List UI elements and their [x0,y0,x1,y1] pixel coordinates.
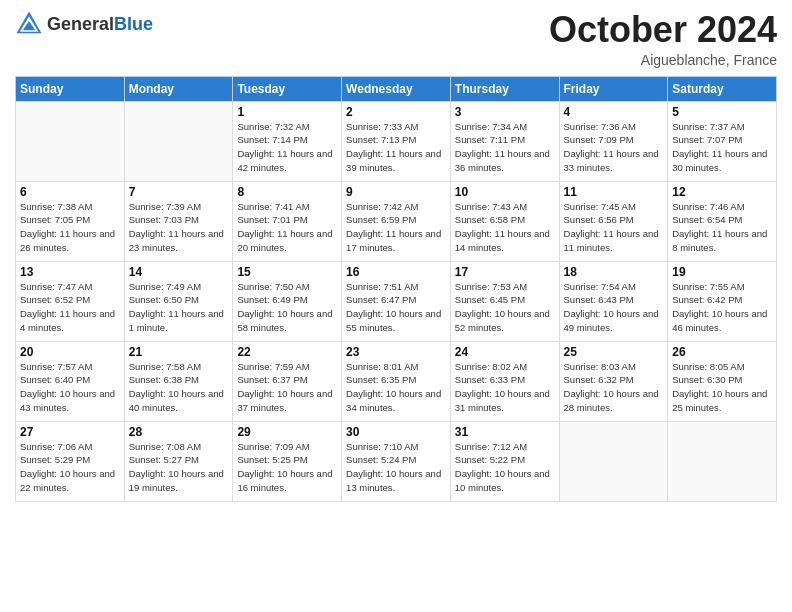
month-title: October 2024 [549,10,777,50]
day-number: 28 [129,425,229,439]
day-number: 17 [455,265,555,279]
day-info: Sunrise: 7:33 AM Sunset: 7:13 PM Dayligh… [346,120,446,175]
calendar-day-cell: 9Sunrise: 7:42 AM Sunset: 6:59 PM Daylig… [342,181,451,261]
day-number: 15 [237,265,337,279]
calendar-week-row: 27Sunrise: 7:06 AM Sunset: 5:29 PM Dayli… [16,421,777,501]
day-info: Sunrise: 7:45 AM Sunset: 6:56 PM Dayligh… [564,200,664,255]
day-info: Sunrise: 7:57 AM Sunset: 6:40 PM Dayligh… [20,360,120,415]
calendar-day-cell: 30Sunrise: 7:10 AM Sunset: 5:24 PM Dayli… [342,421,451,501]
day-number: 30 [346,425,446,439]
calendar-day-cell: 1Sunrise: 7:32 AM Sunset: 7:14 PM Daylig… [233,101,342,181]
day-info: Sunrise: 7:10 AM Sunset: 5:24 PM Dayligh… [346,440,446,495]
logo-text-blue: Blue [114,14,153,35]
day-number: 6 [20,185,120,199]
calendar-day-cell: 23Sunrise: 8:01 AM Sunset: 6:35 PM Dayli… [342,341,451,421]
day-number: 26 [672,345,772,359]
day-number: 7 [129,185,229,199]
day-info: Sunrise: 8:02 AM Sunset: 6:33 PM Dayligh… [455,360,555,415]
calendar-day-cell: 11Sunrise: 7:45 AM Sunset: 6:56 PM Dayli… [559,181,668,261]
day-info: Sunrise: 7:49 AM Sunset: 6:50 PM Dayligh… [129,280,229,335]
day-number: 16 [346,265,446,279]
day-number: 12 [672,185,772,199]
calendar-day-cell: 3Sunrise: 7:34 AM Sunset: 7:11 PM Daylig… [450,101,559,181]
day-info: Sunrise: 8:05 AM Sunset: 6:30 PM Dayligh… [672,360,772,415]
day-info: Sunrise: 7:39 AM Sunset: 7:03 PM Dayligh… [129,200,229,255]
calendar-day-cell: 8Sunrise: 7:41 AM Sunset: 7:01 PM Daylig… [233,181,342,261]
calendar-day-cell: 6Sunrise: 7:38 AM Sunset: 7:05 PM Daylig… [16,181,125,261]
calendar-day-cell: 24Sunrise: 8:02 AM Sunset: 6:33 PM Dayli… [450,341,559,421]
day-header: Wednesday [342,76,451,101]
day-number: 2 [346,105,446,119]
day-info: Sunrise: 7:34 AM Sunset: 7:11 PM Dayligh… [455,120,555,175]
calendar-day-cell: 22Sunrise: 7:59 AM Sunset: 6:37 PM Dayli… [233,341,342,421]
day-info: Sunrise: 7:51 AM Sunset: 6:47 PM Dayligh… [346,280,446,335]
day-info: Sunrise: 7:58 AM Sunset: 6:38 PM Dayligh… [129,360,229,415]
calendar-day-cell: 28Sunrise: 7:08 AM Sunset: 5:27 PM Dayli… [124,421,233,501]
day-number: 18 [564,265,664,279]
day-number: 31 [455,425,555,439]
calendar-week-row: 13Sunrise: 7:47 AM Sunset: 6:52 PM Dayli… [16,261,777,341]
day-info: Sunrise: 7:47 AM Sunset: 6:52 PM Dayligh… [20,280,120,335]
day-number: 10 [455,185,555,199]
calendar-day-cell: 18Sunrise: 7:54 AM Sunset: 6:43 PM Dayli… [559,261,668,341]
day-info: Sunrise: 7:37 AM Sunset: 7:07 PM Dayligh… [672,120,772,175]
day-info: Sunrise: 8:03 AM Sunset: 6:32 PM Dayligh… [564,360,664,415]
logo-icon [15,10,43,38]
calendar-day-cell: 14Sunrise: 7:49 AM Sunset: 6:50 PM Dayli… [124,261,233,341]
calendar-day-cell: 25Sunrise: 8:03 AM Sunset: 6:32 PM Dayli… [559,341,668,421]
calendar-day-cell: 13Sunrise: 7:47 AM Sunset: 6:52 PM Dayli… [16,261,125,341]
day-info: Sunrise: 7:53 AM Sunset: 6:45 PM Dayligh… [455,280,555,335]
calendar-day-cell [124,101,233,181]
calendar-day-cell: 10Sunrise: 7:43 AM Sunset: 6:58 PM Dayli… [450,181,559,261]
calendar-day-cell: 31Sunrise: 7:12 AM Sunset: 5:22 PM Dayli… [450,421,559,501]
day-number: 23 [346,345,446,359]
day-info: Sunrise: 7:09 AM Sunset: 5:25 PM Dayligh… [237,440,337,495]
day-header: Monday [124,76,233,101]
day-info: Sunrise: 7:06 AM Sunset: 5:29 PM Dayligh… [20,440,120,495]
day-number: 13 [20,265,120,279]
calendar-day-cell: 21Sunrise: 7:58 AM Sunset: 6:38 PM Dayli… [124,341,233,421]
day-header: Thursday [450,76,559,101]
calendar-day-cell: 20Sunrise: 7:57 AM Sunset: 6:40 PM Dayli… [16,341,125,421]
calendar-day-cell: 7Sunrise: 7:39 AM Sunset: 7:03 PM Daylig… [124,181,233,261]
header-row: SundayMondayTuesdayWednesdayThursdayFrid… [16,76,777,101]
calendar-week-row: 20Sunrise: 7:57 AM Sunset: 6:40 PM Dayli… [16,341,777,421]
day-info: Sunrise: 7:54 AM Sunset: 6:43 PM Dayligh… [564,280,664,335]
calendar-day-cell [16,101,125,181]
day-info: Sunrise: 7:36 AM Sunset: 7:09 PM Dayligh… [564,120,664,175]
day-number: 22 [237,345,337,359]
day-header: Saturday [668,76,777,101]
logo-text-general: General [47,14,114,35]
calendar-day-cell: 5Sunrise: 7:37 AM Sunset: 7:07 PM Daylig… [668,101,777,181]
day-info: Sunrise: 7:38 AM Sunset: 7:05 PM Dayligh… [20,200,120,255]
day-number: 19 [672,265,772,279]
day-number: 5 [672,105,772,119]
day-info: Sunrise: 7:46 AM Sunset: 6:54 PM Dayligh… [672,200,772,255]
day-info: Sunrise: 7:59 AM Sunset: 6:37 PM Dayligh… [237,360,337,415]
day-number: 3 [455,105,555,119]
day-number: 9 [346,185,446,199]
day-number: 29 [237,425,337,439]
calendar-day-cell [559,421,668,501]
day-info: Sunrise: 7:12 AM Sunset: 5:22 PM Dayligh… [455,440,555,495]
day-number: 8 [237,185,337,199]
day-header: Friday [559,76,668,101]
logo: General Blue [15,10,153,38]
day-info: Sunrise: 7:32 AM Sunset: 7:14 PM Dayligh… [237,120,337,175]
calendar-day-cell: 2Sunrise: 7:33 AM Sunset: 7:13 PM Daylig… [342,101,451,181]
calendar-week-row: 1Sunrise: 7:32 AM Sunset: 7:14 PM Daylig… [16,101,777,181]
day-info: Sunrise: 7:42 AM Sunset: 6:59 PM Dayligh… [346,200,446,255]
day-number: 14 [129,265,229,279]
day-info: Sunrise: 7:50 AM Sunset: 6:49 PM Dayligh… [237,280,337,335]
day-number: 21 [129,345,229,359]
calendar-table: SundayMondayTuesdayWednesdayThursdayFrid… [15,76,777,502]
calendar-day-cell: 27Sunrise: 7:06 AM Sunset: 5:29 PM Dayli… [16,421,125,501]
calendar-container: General Blue October 2024 Aigueblanche, … [0,0,792,512]
day-header: Sunday [16,76,125,101]
calendar-day-cell: 4Sunrise: 7:36 AM Sunset: 7:09 PM Daylig… [559,101,668,181]
day-number: 1 [237,105,337,119]
calendar-day-cell: 26Sunrise: 8:05 AM Sunset: 6:30 PM Dayli… [668,341,777,421]
calendar-day-cell: 12Sunrise: 7:46 AM Sunset: 6:54 PM Dayli… [668,181,777,261]
day-info: Sunrise: 7:41 AM Sunset: 7:01 PM Dayligh… [237,200,337,255]
day-number: 24 [455,345,555,359]
